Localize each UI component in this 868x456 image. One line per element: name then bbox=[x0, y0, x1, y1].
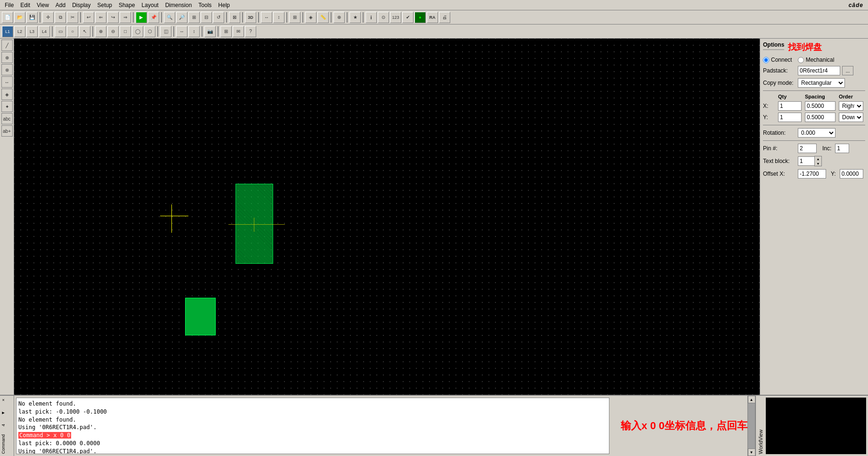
menu-layout[interactable]: Layout bbox=[139, 1, 162, 9]
3d-button[interactable]: 3D bbox=[245, 12, 256, 23]
mechanical-radio[interactable] bbox=[798, 57, 804, 63]
cursor-button[interactable]: ↖ bbox=[79, 26, 90, 37]
move-button[interactable]: ✛ bbox=[42, 12, 54, 23]
undo-step-button[interactable]: ⇐ bbox=[95, 12, 106, 23]
text-block-down-btn[interactable]: ▼ bbox=[815, 161, 821, 166]
layer-1-button[interactable]: L1 bbox=[2, 26, 13, 37]
zoom-win-button[interactable]: ⊟ bbox=[201, 12, 212, 23]
open-button[interactable]: 📂 bbox=[14, 12, 25, 23]
padstack-input[interactable] bbox=[798, 66, 840, 75]
draw-circle-button[interactable]: ○ bbox=[67, 26, 78, 37]
measure-button[interactable]: 📏 bbox=[317, 12, 329, 23]
padstack-browse-btn[interactable]: ... bbox=[842, 66, 853, 75]
redo-button[interactable]: ↪ bbox=[107, 12, 119, 23]
snap-button[interactable]: ◈ bbox=[305, 12, 316, 23]
copy2-button[interactable]: ⊞ bbox=[220, 26, 232, 37]
menu-setup[interactable]: Setup bbox=[95, 1, 115, 9]
inc-input[interactable] bbox=[835, 144, 849, 153]
measure2-button[interactable]: ↕ bbox=[188, 26, 200, 37]
layers-button[interactable]: ⊕ bbox=[333, 12, 345, 23]
left-tool-8[interactable]: ab+ bbox=[1, 125, 13, 137]
scroll-track[interactable] bbox=[748, 403, 755, 448]
left-tool-6[interactable]: ✦ bbox=[1, 101, 13, 112]
del-pin-button[interactable]: ⊖ bbox=[107, 26, 119, 37]
add-box-button[interactable]: □ bbox=[120, 26, 131, 37]
menu-add[interactable]: Add bbox=[53, 1, 68, 9]
info-button[interactable]: i bbox=[365, 12, 377, 23]
zoom-full-button[interactable]: ⊞ bbox=[188, 12, 200, 23]
x-order-select[interactable]: Right Left bbox=[839, 101, 863, 111]
layer-4-button[interactable]: L4 bbox=[39, 26, 50, 37]
rotation-label: Rotation: bbox=[763, 130, 796, 136]
side-label-x: × bbox=[1, 398, 13, 402]
x-qty-input[interactable] bbox=[778, 101, 802, 111]
new-button[interactable]: 📄 bbox=[2, 12, 13, 23]
cut-button[interactable]: ✂ bbox=[67, 12, 78, 23]
undo-button[interactable]: ↩ bbox=[83, 12, 94, 23]
y-qty-input[interactable] bbox=[778, 113, 802, 122]
scroll-up-btn[interactable]: ▲ bbox=[748, 396, 755, 403]
left-tool-3[interactable]: ⊗ bbox=[1, 64, 13, 75]
left-tool-4[interactable]: ↔ bbox=[1, 76, 13, 88]
command-log[interactable]: No element found. last pick: -0.1000 -0.… bbox=[16, 398, 609, 454]
draw-rect-button[interactable]: ▭ bbox=[55, 26, 66, 37]
camera-button[interactable]: 📷 bbox=[204, 26, 216, 37]
offset-y-input[interactable] bbox=[840, 169, 863, 179]
run-button[interactable]: ▶ bbox=[136, 12, 147, 23]
zoom-out-button[interactable]: 🔎 bbox=[176, 12, 187, 23]
zoom-in-button[interactable]: 🔍 bbox=[164, 12, 175, 23]
pin-input[interactable] bbox=[798, 144, 817, 153]
highlight2-button[interactable]: ◫ bbox=[160, 26, 171, 37]
menu-dimension[interactable]: Dimension bbox=[162, 1, 195, 9]
highlight-button[interactable]: ★ bbox=[349, 12, 361, 23]
offset-x-input[interactable] bbox=[798, 169, 826, 179]
move2-button[interactable]: ↔ bbox=[176, 26, 187, 37]
worldview-canvas[interactable] bbox=[766, 398, 866, 454]
redo-step-button[interactable]: ⇒ bbox=[120, 12, 131, 23]
copy-button[interactable]: ⧉ bbox=[55, 12, 66, 23]
compare-button[interactable]: ⊙ bbox=[378, 12, 389, 23]
green-btn[interactable]: ● bbox=[414, 12, 426, 23]
zoom-prev-button[interactable]: ↺ bbox=[213, 12, 224, 23]
zoom-fit-button[interactable]: ⊠ bbox=[229, 12, 240, 23]
copy-mode-select[interactable]: Rectangular Circular Stagger bbox=[798, 78, 845, 88]
menu-shape[interactable]: Shape bbox=[116, 1, 138, 9]
left-tool-1[interactable]: ╱ bbox=[1, 40, 13, 51]
grid-button[interactable]: ⊞ bbox=[289, 12, 300, 23]
pin-button[interactable]: 📌 bbox=[148, 12, 159, 23]
add-pin-button[interactable]: ⊕ bbox=[95, 26, 106, 37]
menu-file[interactable]: File bbox=[2, 1, 16, 9]
offset-row: Offset X: Y: bbox=[763, 169, 865, 179]
ra-button[interactable]: RA bbox=[427, 12, 438, 23]
y-spacing-input[interactable] bbox=[805, 113, 836, 122]
pin-num-button[interactable]: 123 bbox=[390, 12, 401, 23]
x-spacing-input[interactable] bbox=[805, 101, 836, 111]
menu-view[interactable]: View bbox=[34, 1, 52, 9]
scroll-down-btn[interactable]: ▼ bbox=[748, 448, 755, 456]
left-tool-5[interactable]: ◈ bbox=[1, 89, 13, 100]
flip-h-button[interactable]: ↔ bbox=[261, 12, 272, 23]
rotation-select[interactable]: 0.000 90.000 180.000 270.000 bbox=[798, 128, 836, 138]
layer-2-button[interactable]: L2 bbox=[14, 26, 25, 37]
left-tool-7[interactable]: abc bbox=[1, 113, 13, 124]
left-tool-2[interactable]: ⊕ bbox=[1, 52, 13, 63]
menu-edit[interactable]: Edit bbox=[17, 1, 33, 9]
text-block-input[interactable] bbox=[798, 156, 814, 166]
add-shape-button[interactable]: ⬡ bbox=[144, 26, 155, 37]
scroll-bar: ▲ ▼ bbox=[747, 396, 755, 456]
layer-3-button[interactable]: L3 bbox=[26, 26, 38, 37]
y-order-select[interactable]: Down Up bbox=[839, 113, 863, 122]
connect-radio[interactable] bbox=[763, 57, 769, 63]
canvas-area[interactable] bbox=[14, 39, 760, 395]
check-button[interactable]: ✔ bbox=[402, 12, 414, 23]
help-button[interactable]: ? bbox=[245, 26, 256, 37]
menu-tools[interactable]: Tools bbox=[195, 1, 214, 9]
menu-help[interactable]: Help bbox=[215, 1, 233, 9]
menu-display[interactable]: Display bbox=[69, 1, 93, 9]
print-button[interactable]: 🖨 bbox=[439, 12, 450, 23]
text-block-up-btn[interactable]: ▲ bbox=[815, 156, 821, 161]
email-button[interactable]: ✉ bbox=[233, 26, 244, 37]
save-button[interactable]: 💾 bbox=[26, 12, 38, 23]
flip-v-button[interactable]: ↕ bbox=[273, 12, 284, 23]
add-oval-button[interactable]: ◯ bbox=[132, 26, 143, 37]
